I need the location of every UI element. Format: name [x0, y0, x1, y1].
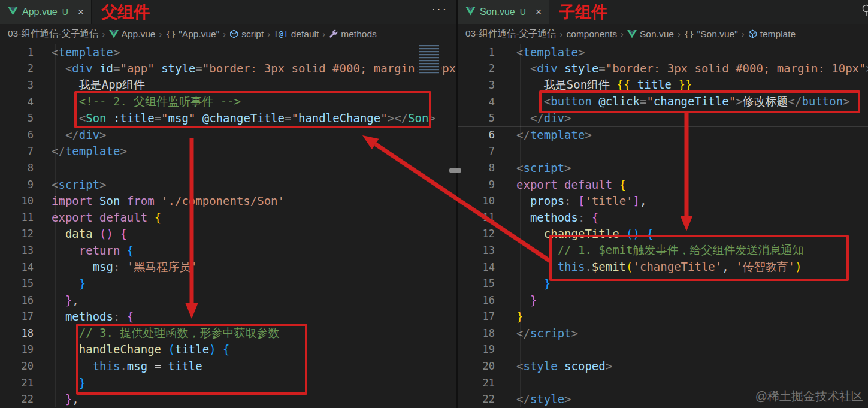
- code-line[interactable]: 11 methods: {: [458, 209, 868, 226]
- code-line[interactable]: 14 this.$emit('changeTitle', '传智教育'): [458, 259, 868, 276]
- code-line[interactable]: 18</script>: [458, 325, 868, 341]
- code-line[interactable]: 12 changeTitle () {: [458, 226, 868, 243]
- code-text: this.msg = title: [34, 359, 202, 373]
- code-line[interactable]: 16 }: [458, 292, 868, 309]
- editor-action-icon[interactable]: [861, 3, 868, 21]
- breadcrumb-item[interactable]: App.vue: [109, 29, 156, 40]
- breadcrumb-separator: ›: [223, 29, 226, 39]
- code-line[interactable]: 3 我是Son组件 {{ title }}: [458, 77, 868, 93]
- code-text: </template>: [495, 128, 592, 141]
- breadcrumb-item[interactable]: methods: [329, 29, 376, 40]
- default-export-icon: [@]: [274, 29, 288, 38]
- code-line[interactable]: 10 props: ['title'],: [458, 192, 868, 209]
- code-text: 我是Son组件 {{ title }}: [495, 77, 692, 93]
- breadcrumb-separator: ›: [322, 29, 325, 39]
- close-icon[interactable]: ×: [78, 7, 84, 17]
- code-line[interactable]: 20<style scoped>: [458, 358, 868, 374]
- line-number: 19: [458, 343, 495, 355]
- code-line[interactable]: 17}: [458, 309, 868, 325]
- line-number: 22: [0, 393, 34, 405]
- line-number: 4: [458, 96, 495, 108]
- code-line[interactable]: 5 </div>: [458, 110, 868, 126]
- line-number: 20: [0, 360, 34, 372]
- breadcrumb-item[interactable]: 03-组件通信-父子通信: [8, 28, 99, 40]
- vscode-editor-group: App.vue U × 父组件 ··· 03-组件通信-父子通信›App.vue…: [0, 0, 868, 408]
- tab-app-vue[interactable]: App.vue U ×: [0, 0, 92, 24]
- line-number: 11: [0, 211, 34, 223]
- code-text: </style>: [495, 392, 571, 406]
- breadcrumb-separator: ›: [621, 29, 624, 39]
- vue-icon: [627, 30, 637, 38]
- code-line[interactable]: 15 }: [458, 275, 868, 292]
- code-line[interactable]: 1<template>: [458, 44, 868, 61]
- code-line[interactable]: 19: [458, 341, 868, 358]
- code-text: </template>: [34, 144, 127, 158]
- line-number: 19: [0, 343, 34, 355]
- breadcrumb: 03-组件通信-父子通信›components›Son.vue›{}"Son.v…: [458, 24, 868, 44]
- breadcrumb-item[interactable]: 03-组件通信-父子通信: [465, 28, 557, 40]
- code-line[interactable]: 6</template>: [458, 126, 868, 143]
- breadcrumb-item[interactable]: script: [229, 29, 264, 40]
- annotation-child-component-label: 子组件: [559, 1, 607, 23]
- code-text: }: [495, 294, 537, 307]
- breadcrumb-item[interactable]: {}"App.vue": [165, 29, 219, 40]
- line-number: 21: [458, 377, 495, 389]
- line-number: 15: [0, 277, 34, 289]
- code-text: changeTitle () {: [495, 227, 654, 240]
- breadcrumb-label: template: [760, 29, 796, 40]
- code-text: msg: '黑马程序员': [34, 259, 198, 275]
- line-number: 12: [0, 228, 34, 240]
- code-line[interactable]: 13 // 1. $emit触发事件，给父组件发送消息通知: [458, 242, 868, 259]
- breadcrumb-item[interactable]: {}"Son.vue": [684, 29, 738, 40]
- code-text: 我是App组件: [34, 77, 145, 93]
- line-number: 3: [458, 79, 495, 91]
- breadcrumb-label: Son.vue: [640, 29, 674, 40]
- code-line[interactable]: 2 <div style="border: 3px solid #000; ma…: [458, 61, 868, 77]
- line-number: 5: [458, 112, 495, 124]
- line-number: 7: [0, 145, 34, 157]
- code-editor[interactable]: 1<template>2 <div id="app" style="border…: [0, 44, 456, 407]
- breadcrumb-item[interactable]: Son.vue: [627, 29, 674, 40]
- line-number: 2: [0, 62, 34, 74]
- breadcrumb-item[interactable]: template: [748, 29, 796, 40]
- wrench-icon: [329, 29, 338, 38]
- line-number: 12: [458, 228, 495, 240]
- line-number: 17: [458, 310, 495, 322]
- line-number: 6: [0, 129, 34, 141]
- minimap[interactable]: [418, 44, 441, 75]
- code-editor[interactable]: 1<template>2 <div style="border: 3px sol…: [458, 44, 868, 407]
- code-text: }: [495, 310, 523, 323]
- code-line[interactable]: 7: [458, 143, 868, 160]
- tab-bar: App.vue U × 父组件 ···: [0, 0, 456, 24]
- code-text: <div style="border: 3px solid #000; marg…: [495, 62, 868, 75]
- code-text: }: [34, 376, 86, 389]
- code-text: props: ['title'],: [495, 194, 646, 207]
- breadcrumb-label: 03-组件通信-父子通信: [465, 28, 557, 40]
- watermark: @稀土掘金技术社区: [755, 388, 863, 404]
- more-actions-icon[interactable]: ···: [431, 2, 448, 16]
- code-text: <template>: [495, 46, 585, 59]
- scrollbar-thumb[interactable]: [449, 168, 461, 173]
- close-icon[interactable]: ×: [536, 7, 542, 17]
- breadcrumb-separator: ›: [560, 29, 563, 39]
- line-number: 8: [458, 162, 495, 174]
- code-text: this.$emit('changeTitle', '传智教育'): [495, 259, 802, 275]
- line-number: 15: [458, 277, 495, 289]
- code-text: import Son from './components/Son': [34, 194, 285, 207]
- code-text: },: [34, 294, 79, 307]
- line-number: 16: [458, 294, 495, 306]
- breadcrumb-label: App.vue: [122, 29, 156, 40]
- breadcrumb-item[interactable]: [@]default: [274, 29, 319, 40]
- breadcrumb-label: default: [291, 29, 319, 40]
- code-text: export default {: [495, 178, 626, 191]
- breadcrumb-separator: ›: [742, 29, 745, 39]
- breadcrumb-item[interactable]: components: [567, 29, 617, 40]
- code-text: // 1. $emit触发事件，给父组件发送消息通知: [495, 243, 803, 258]
- code-line[interactable]: 8<script>: [458, 159, 868, 176]
- code-line[interactable]: 4 <button @click="changeTitle">修改标题</but…: [458, 93, 868, 110]
- code-line[interactable]: 9export default {: [458, 176, 868, 193]
- code-text: <!-- 2. 父组件监听事件 -->: [34, 94, 241, 110]
- git-status-badge: U: [520, 7, 526, 17]
- line-number: 3: [0, 79, 34, 91]
- tab-son-vue[interactable]: Son.vue U ×: [458, 0, 549, 24]
